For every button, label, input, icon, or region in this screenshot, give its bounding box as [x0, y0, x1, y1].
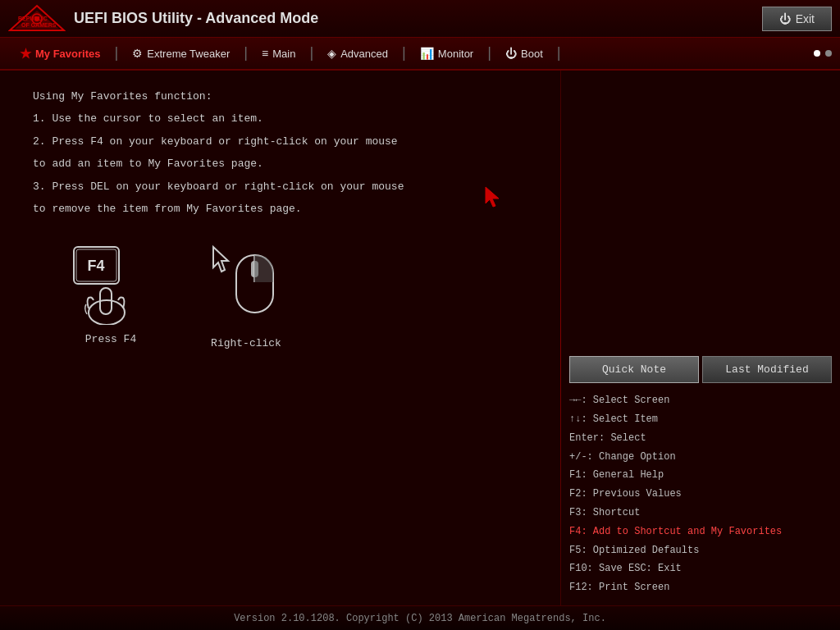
shortcut-select-item: ↑↓: Select Item — [569, 410, 832, 429]
shortcut-select-screen: →←: Select Screen — [569, 391, 832, 410]
nav-sep-5: | — [485, 37, 494, 70]
nav-dot-2 — [825, 50, 832, 57]
right-panel-top — [569, 79, 832, 348]
nav-tweaker-label: Extreme Tweaker — [147, 48, 230, 60]
shortcut-key-6: F2: Previous Values — [569, 488, 682, 500]
nav-item-main[interactable]: ≡ Main — [250, 37, 307, 70]
monitor-icon: 📊 — [420, 47, 434, 60]
instruction-2b: to add an item to My Favorites page. — [33, 154, 527, 173]
footer-text: Version 2.10.1208. Copyright (C) 2013 Am… — [234, 613, 606, 624]
svg-marker-12 — [213, 247, 228, 272]
shortcut-f3: F3: Shortcut — [569, 504, 832, 523]
shortcut-key-5: F1: General Help — [569, 469, 664, 481]
nav-item-monitor[interactable]: 📊 Monitor — [409, 37, 485, 70]
nav-sep-3: | — [307, 37, 316, 70]
right-click-label: Right-click — [211, 337, 281, 349]
navbar: ★ My Favorites | ⚙ Extreme Tweaker | ≡ M… — [0, 38, 840, 71]
last-modified-label: Last Modified — [725, 363, 808, 376]
shortcut-f12: F12: Print Screen — [569, 578, 832, 597]
svg-point-5 — [34, 16, 39, 21]
list-icon: ≡ — [262, 47, 268, 60]
instruction-2a: 2. Press F4 on your keyboard or right-cl… — [33, 132, 527, 151]
nav-item-advanced[interactable]: ◈ Advanced — [316, 37, 399, 70]
logo-area: REPUBLIC OF GAMERS — [8, 4, 66, 34]
shortcut-key-2: ↑↓: Select Item — [569, 413, 658, 425]
nav-item-favorites[interactable]: ★ My Favorites — [8, 37, 112, 70]
nav-sep-4: | — [399, 37, 409, 70]
exit-button[interactable]: ⏻ Exit — [762, 7, 832, 31]
shortcut-f1: F1: General Help — [569, 466, 832, 485]
advanced-icon: ◈ — [327, 47, 336, 60]
svg-point-10 — [89, 300, 125, 325]
tweaker-icon: ⚙ — [132, 47, 143, 60]
exit-label: Exit — [796, 12, 815, 25]
nav-item-boot[interactable]: ⏻ Boot — [494, 37, 555, 70]
shortcut-key-4: +/-: Change Option — [569, 451, 676, 463]
nav-main-label: Main — [272, 48, 295, 60]
exit-icon: ⏻ — [779, 12, 791, 25]
button-row: Quick Note Last Modified — [569, 356, 832, 383]
nav-dots — [814, 50, 832, 57]
shortcut-key-10: F10: Save ESC: Exit — [569, 563, 682, 574]
shortcut-f10: F10: Save ESC: Exit — [569, 559, 832, 578]
rog-logo: REPUBLIC OF GAMERS — [8, 4, 66, 34]
right-click-item: Right-click — [205, 243, 287, 349]
svg-marker-6 — [486, 187, 499, 207]
svg-text:F4: F4 — [87, 258, 104, 274]
shortcut-key-1: →←: Select Screen — [569, 395, 669, 406]
shortcut-key-7: F3: Shortcut — [569, 507, 640, 518]
nav-monitor-label: Monitor — [438, 48, 473, 60]
cursor-icon-top — [484, 185, 504, 212]
footer: Version 2.10.1208. Copyright (C) 2013 Am… — [0, 605, 840, 630]
instructions: Using My Favorites function: 1. Use the … — [33, 87, 527, 218]
shortcut-change-option: +/-: Change Option — [569, 448, 832, 467]
star-icon: ★ — [20, 46, 31, 62]
shortcut-key-3: Enter: Select — [569, 432, 646, 444]
instruction-3a: 3. Press DEL on your keyboard or right-c… — [33, 177, 527, 196]
press-f4-label: Press F4 — [85, 333, 136, 345]
main-content: Using My Favorites function: 1. Use the … — [0, 71, 840, 605]
shortcut-key-8: F4: Add to Shortcut and My Favorites — [569, 526, 782, 537]
nav-item-extreme-tweaker[interactable]: ⚙ Extreme Tweaker — [121, 37, 241, 70]
nav-sep-2: | — [241, 37, 250, 70]
shortcut-f5: F5: Optimized Defaults — [569, 541, 832, 560]
nav-boot-label: Boot — [521, 48, 543, 60]
nav-dot-1 — [814, 50, 820, 57]
shortcut-f4: F4: Add to Shortcut and My Favorites — [569, 523, 832, 541]
f4-press-item: F4 Press F4 — [66, 243, 156, 345]
instruction-3b: to remove the item from My Favorites pag… — [33, 199, 527, 218]
nav-sep-1: | — [112, 37, 121, 70]
shortcut-key-11: F12: Print Screen — [569, 582, 669, 593]
quick-note-label: Quick Note — [602, 363, 666, 376]
shortcut-key-9: F5: Optimized Defaults — [569, 545, 699, 556]
shortcut-f2: F2: Previous Values — [569, 485, 832, 504]
content-area: Using My Favorites function: 1. Use the … — [0, 71, 560, 605]
right-panel: Quick Note Last Modified →←: Select Scre… — [561, 71, 840, 605]
shortcuts-panel: →←: Select Screen ↑↓: Select Item Enter:… — [569, 391, 832, 597]
quick-note-button[interactable]: Quick Note — [569, 356, 699, 383]
instruction-1: 1. Use the cursor to select an item. — [33, 109, 527, 128]
nav-advanced-label: Advanced — [340, 48, 388, 60]
icons-row: F4 Press F4 — [33, 243, 527, 349]
nav-sep-6: | — [555, 37, 564, 70]
page-title: UEFI BIOS Utility - Advanced Mode — [74, 10, 762, 27]
header: REPUBLIC OF GAMERS UEFI BIOS Utility - A… — [0, 0, 840, 38]
instructions-title: Using My Favorites function: — [33, 87, 527, 106]
nav-favorites-label: My Favorites — [35, 48, 100, 60]
boot-icon: ⏻ — [505, 47, 517, 60]
shortcut-enter: Enter: Select — [569, 429, 832, 448]
last-modified-button[interactable]: Last Modified — [702, 356, 832, 383]
